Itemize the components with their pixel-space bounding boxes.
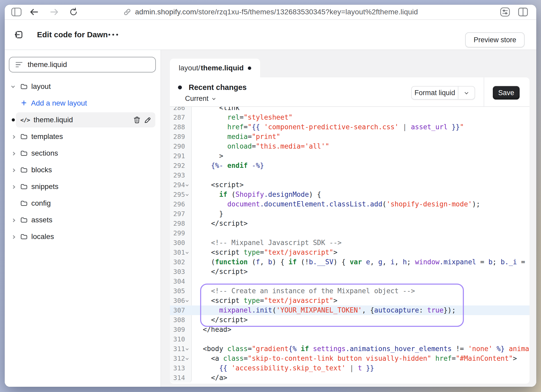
line-number: 305 — [170, 286, 192, 296]
chevron-down-icon — [212, 97, 216, 100]
line-number: 307 — [170, 305, 192, 315]
edit-icon[interactable] — [144, 117, 151, 124]
sidebar-item-templates[interactable]: templates — [5, 128, 160, 145]
format-liquid-button[interactable]: Format liquid — [411, 86, 475, 100]
line-number: 299 — [170, 228, 192, 238]
sidebar-item-assets[interactable]: assets — [5, 212, 160, 228]
editor-area: layout/theme.liquid Recent changes Curre… — [161, 50, 536, 387]
code-text — [192, 277, 195, 286]
save-button[interactable]: Save — [493, 86, 520, 100]
fold-chevron-icon[interactable] — [186, 299, 188, 302]
code-line[interactable]: 286 <link — [170, 107, 530, 113]
fold-chevron-icon[interactable] — [186, 347, 188, 350]
sidebar-item-layout[interactable]: layout — [5, 78, 160, 95]
preview-store-button[interactable]: Preview store — [465, 32, 525, 47]
line-number: 311 — [170, 344, 192, 354]
format-liquid-label: Format liquid — [412, 89, 458, 97]
line-number: 313 — [170, 363, 192, 373]
chevron-down-icon — [465, 91, 468, 94]
back-icon[interactable] — [30, 8, 39, 16]
code-text: document.documentElement.classList.add('… — [192, 199, 480, 209]
sidebar-item-config[interactable]: config — [5, 195, 160, 212]
browser-window: admin.shopify.com/store/rzq1xu-f5/themes… — [5, 5, 536, 387]
code-line[interactable]: 297 } — [170, 209, 530, 219]
more-actions-icon[interactable] — [108, 34, 118, 36]
code-line[interactable]: 313 {{ 'accessibility.skip_to_text' | t … — [170, 363, 530, 373]
link-icon — [123, 8, 131, 16]
url-bar[interactable]: admin.shopify.com/store/rzq1xu-f5/themes… — [123, 8, 418, 16]
code-text: } — [192, 209, 223, 219]
code-line[interactable]: 304 — [170, 277, 530, 286]
code-line[interactable]: 290 onload="this.media='all'" — [170, 142, 530, 151]
code-line[interactable]: 302 (function (f, b) { if (!b.__SV) { va… — [170, 257, 530, 267]
code-line[interactable]: 311 <body class="gradient{% if settings.… — [170, 344, 530, 354]
item-label: snippets — [31, 182, 58, 191]
fold-chevron-icon[interactable] — [186, 357, 188, 360]
code-line[interactable]: 292 {%- endif -%} — [170, 161, 530, 170]
code-text: </script> — [192, 219, 248, 228]
folder-icon — [20, 83, 28, 90]
line-number: 295 — [170, 190, 192, 199]
code-line[interactable]: 294 <script> — [170, 180, 530, 190]
code-line[interactable]: 289 media="print" — [170, 132, 530, 142]
code-editor[interactable]: 286 <link287 rel="stylesheet"288 href="{… — [170, 107, 530, 384]
code-line[interactable]: 306 <script type="text/javascript"> — [170, 296, 530, 305]
code-text: <script type="text/javascript"> — [192, 248, 337, 257]
code-text: > — [192, 151, 223, 161]
sidebar-item-add-layout[interactable]: +Add a new layout — [5, 95, 160, 112]
code-line[interactable]: 303 </script> — [170, 267, 530, 277]
code-line[interactable]: 293 — [170, 170, 530, 180]
line-number: 303 — [170, 267, 192, 277]
version-dropdown[interactable]: Current — [185, 95, 215, 103]
line-number: 286 — [170, 107, 192, 113]
split-view-icon[interactable] — [518, 8, 528, 16]
code-line[interactable]: 298 </script> — [170, 219, 530, 228]
code-text: href="{{ 'component-predictive-search.cs… — [192, 122, 464, 132]
page-settings-icon[interactable] — [500, 7, 510, 17]
fold-chevron-icon[interactable] — [186, 251, 188, 254]
code-line[interactable]: 308 </script> — [170, 315, 530, 325]
tab-file-label: theme.liquid — [201, 64, 244, 72]
sidebar-item-blocks[interactable]: blocks — [5, 162, 160, 178]
code-line[interactable]: 312 <a class="skip-to-content-link butto… — [170, 354, 530, 363]
sidebar-item-locales[interactable]: locales — [5, 228, 160, 245]
line-number: 292 — [170, 161, 192, 170]
sidebar-toggle-icon[interactable] — [11, 8, 22, 16]
file-search[interactable] — [9, 57, 156, 72]
search-input[interactable] — [28, 60, 142, 69]
code-text: <body class="gradient{% if settings.anim… — [192, 344, 530, 354]
folder-icon — [20, 133, 28, 140]
reload-icon[interactable] — [69, 7, 78, 17]
code-line[interactable]: 309 </head> — [170, 325, 530, 334]
code-line[interactable]: 287 rel="stylesheet" — [170, 113, 530, 122]
code-line[interactable]: 307 mixpanel.init('YOUR_MIXPANEL_TOKEN',… — [170, 305, 530, 315]
code-line[interactable]: 299 — [170, 228, 530, 238]
sidebar-item-snippets[interactable]: snippets — [5, 178, 160, 195]
exit-icon[interactable] — [14, 30, 24, 40]
version-label: Current — [185, 95, 208, 103]
folder-icon — [20, 234, 28, 240]
forward-icon[interactable] — [50, 8, 59, 16]
unsaved-dot — [248, 66, 251, 70]
sidebar-item-sections[interactable]: sections — [5, 145, 160, 162]
code-line[interactable]: 310 — [170, 334, 530, 344]
tab-theme-liquid[interactable]: layout/theme.liquid — [170, 59, 260, 77]
code-line[interactable]: 314 </a> — [170, 373, 530, 383]
code-text: (function (f, b) { if (!b.__SV) { var e,… — [192, 257, 530, 267]
code-line[interactable]: 291 > — [170, 151, 530, 161]
code-text: <a class="skip-to-content-link button vi… — [192, 354, 517, 363]
code-line[interactable]: 300 <!-- Mixpanel Javascript SDK --> — [170, 238, 530, 248]
code-line[interactable]: 295 if (Shopify.designMode) { — [170, 190, 530, 199]
code-text: <script> — [192, 180, 244, 190]
delete-icon[interactable] — [133, 116, 140, 124]
code-line[interactable]: 296 document.documentElement.classList.a… — [170, 199, 530, 209]
code-line[interactable]: 288 href="{{ 'component-predictive-searc… — [170, 122, 530, 132]
code-text: </script> — [192, 315, 248, 325]
code-line[interactable]: 305 <!-- Create an instance of the Mixpa… — [170, 286, 530, 296]
fold-chevron-icon[interactable] — [186, 183, 188, 186]
sidebar-item-theme-liquid[interactable]: </>theme.liquid — [5, 112, 160, 128]
format-options-toggle[interactable] — [458, 91, 475, 94]
line-number: 296 — [170, 199, 192, 209]
code-line[interactable]: 301 <script type="text/javascript"> — [170, 248, 530, 257]
fold-chevron-icon[interactable] — [186, 193, 188, 196]
